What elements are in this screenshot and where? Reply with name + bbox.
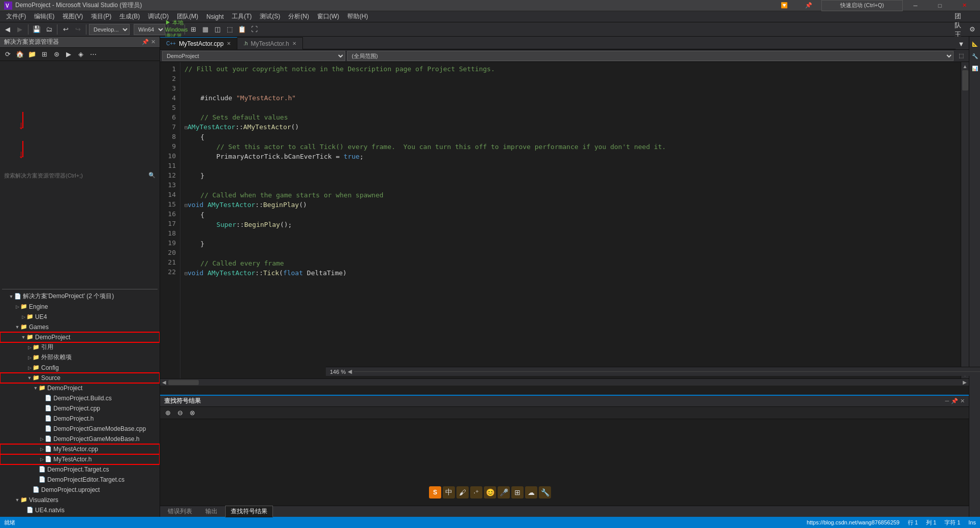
tab-list-button[interactable]: ▼ (956, 38, 967, 49)
se-toolbar-1[interactable]: ⟳ (2, 49, 13, 60)
close-button[interactable]: ✕ (953, 0, 976, 11)
menu-window[interactable]: 窗口(W) (313, 11, 343, 22)
menu-project[interactable]: 项目(P) (87, 11, 115, 22)
tree-item-natvis[interactable]: ▷ 📄 UE4.natvis (0, 505, 160, 515)
se-toolbar-5[interactable]: ⊛ (51, 49, 62, 60)
toolbar-btn-3[interactable]: ◫ (212, 24, 223, 35)
minimize-button[interactable]: ─ (904, 0, 927, 11)
bp-pin-icon[interactable]: 📌 (951, 398, 958, 404)
tree-item-visualizers[interactable]: ▼ 📁 Visualizers (0, 495, 160, 505)
tree-item-demoproject-folder[interactable]: ▼ 📁 DemoProject (0, 332, 160, 342)
save-all-button[interactable]: 🗂 (43, 24, 54, 35)
platform-dropdown[interactable]: Win64 (134, 24, 165, 35)
sonar-icon-cloud[interactable]: ☁ (525, 486, 537, 498)
se-toolbar-4[interactable]: ⊞ (39, 49, 50, 60)
menu-test[interactable]: 测试(S) (256, 11, 284, 22)
menu-view[interactable]: 视图(V) (58, 11, 87, 22)
hscroll-right-btn[interactable]: ▶ (961, 378, 969, 387)
menu-file[interactable]: 文件(F) (2, 11, 30, 22)
tab-mytestactor-h[interactable]: .h MyTestActor.h ✕ (237, 37, 303, 49)
hscroll-left-btn[interactable]: ◀ (160, 378, 168, 387)
tree-item-dp-h[interactable]: ▷ 📄 DemoProject.h (0, 414, 160, 424)
right-sidebar-icon-2[interactable]: 🔧 (970, 51, 980, 61)
se-pin-icon[interactable]: 📌 (142, 39, 149, 45)
sonar-icon-mic[interactable]: 🎤 (498, 486, 510, 498)
code-nav-scope-dropdown[interactable]: (全局范围) (347, 51, 954, 61)
tree-item-config[interactable]: ▷ 📁 Config (0, 363, 160, 373)
se-toolbar-8[interactable]: ⋯ (87, 49, 99, 60)
code-editor[interactable]: 12345 678910 1112131415 1617181920 2122 … (160, 62, 969, 378)
bp-toolbar-1[interactable]: ⊕ (162, 407, 173, 419)
tree-item-mytestactor-cpp[interactable]: ▷ 📄 MyTestActor.cpp (0, 444, 160, 454)
tree-item-source-demoproject[interactable]: ▼ 📁 DemoProject (0, 383, 160, 393)
tree-item-editor-target-cs[interactable]: ▷ 📄 DemoProjectEditor.Target.cs (0, 475, 160, 485)
redo-button[interactable]: ↪ (72, 24, 83, 35)
code-nav-file-dropdown[interactable]: DemoProject (162, 51, 345, 61)
right-sidebar-icon-3[interactable]: 📊 (970, 63, 980, 73)
sonar-icon-grid[interactable]: ⊞ (511, 486, 524, 498)
tree-item-mytestactor-h[interactable]: ▷ 📄 MyTestActor.h (0, 454, 160, 464)
tree-item-gamemode-h[interactable]: ▷ 📄 DemoProjectGameModeBase.h (0, 434, 160, 444)
filter-icon[interactable]: 🔽 (773, 0, 796, 11)
bottom-tab-errors[interactable]: 错误列表 (162, 506, 198, 517)
restore-button[interactable]: □ (928, 0, 952, 11)
se-toolbar-2[interactable]: 🏠 (14, 49, 25, 60)
toolbar-btn-2[interactable]: ▦ (200, 24, 211, 35)
se-close-icon[interactable]: ✕ (151, 39, 156, 45)
tree-item-target-cs[interactable]: ▷ 📄 DemoProject.Target.cs (0, 464, 160, 475)
tree-item-solution[interactable]: ▼ 📄 解决方案'DemoProject' (2 个项目) (0, 291, 160, 302)
tree-item-uproject[interactable]: ▷ 📄 DemoProject.uproject (0, 485, 160, 495)
tree-item-dp-cpp[interactable]: ▷ 📄 DemoProject.cpp (0, 403, 160, 414)
settings-button[interactable]: ⚙ (967, 24, 978, 35)
tree-item-gamemode-cpp[interactable]: ▷ 📄 DemoProjectGameModeBase.cpp (0, 424, 160, 434)
bp-close-icon[interactable]: ✕ (960, 398, 965, 404)
code-nav-toggle[interactable]: ⬚ (956, 50, 967, 62)
toolbar-btn-4[interactable]: ⬚ (224, 24, 235, 35)
bottom-tab-find-symbols[interactable]: 查找符号结果 (225, 506, 273, 517)
se-toolbar-6[interactable]: ▶ (63, 49, 74, 60)
toolbar-btn-6[interactable]: ⛶ (249, 24, 260, 35)
menu-analyze[interactable]: 分析(N) (284, 11, 313, 22)
menu-nsight[interactable]: Nsight (202, 12, 228, 21)
sonar-icon-s[interactable]: S (429, 486, 441, 498)
tree-item-extern-deps[interactable]: ▷ 📁 外部依赖项 (0, 353, 160, 363)
menu-edit[interactable]: 编辑(E) (30, 11, 58, 22)
sonar-icon-chinese[interactable]: 中 (443, 486, 455, 498)
forward-button[interactable]: ▶ (14, 24, 25, 35)
right-sidebar-icon-1[interactable]: 📐 (970, 39, 980, 49)
sonar-icon-brush[interactable]: 🖌 (456, 486, 469, 498)
toolbar-btn-5[interactable]: 📋 (236, 24, 248, 35)
pin-icon[interactable]: 📌 (797, 0, 820, 11)
tree-item-source[interactable]: ▼ 📁 Source (0, 373, 160, 383)
zoom-scroll-left[interactable]: ◀ (348, 368, 352, 375)
tree-item-build-cs[interactable]: ▷ 📄 DemoProject.Build.cs (0, 393, 160, 403)
bottom-tab-output[interactable]: 输出 (200, 506, 223, 517)
tree-item-ue4[interactable]: ▷ 📁 UE4 (0, 312, 160, 322)
editor-hscroll-bar[interactable]: ◀ ▶ (160, 378, 969, 386)
menu-build[interactable]: 生成(B) (115, 11, 144, 22)
sonar-icon-dot[interactable]: ·⁺ (470, 486, 482, 498)
sonar-icon-emoji[interactable]: 😊 (484, 486, 496, 498)
tab-mytestactor-cpp[interactable]: C++ MyTestActor.cpp ✕ (160, 37, 237, 49)
tab-cpp-close[interactable]: ✕ (227, 41, 231, 46)
bp-toolbar-2[interactable]: ⊖ (174, 407, 186, 419)
run-button[interactable]: ▶ 本地 Windows 调试器 (171, 24, 182, 35)
se-toolbar-7[interactable]: ◈ (75, 49, 86, 60)
code-content[interactable]: // Fill out your copyright notice in the… (180, 62, 961, 378)
se-search-input[interactable] (4, 172, 148, 179)
undo-button[interactable]: ↩ (60, 24, 71, 35)
save-button[interactable]: 💾 (31, 24, 42, 35)
search-box[interactable]: 快速启动 (Ctrl+Q) (821, 0, 903, 11)
scroll-up-btn[interactable]: ▲ (961, 62, 969, 70)
team-label[interactable]: 团队 王 ▾ (955, 24, 966, 35)
bp-toolbar-3[interactable]: ⊗ (187, 407, 198, 419)
menu-tools[interactable]: 工具(T) (228, 11, 256, 22)
sonar-icon-wrench[interactable]: 🔧 (539, 486, 551, 498)
config-dropdown[interactable]: Develop... (89, 24, 130, 35)
bp-minimize-icon[interactable]: ─ (945, 398, 949, 404)
se-search-bar[interactable]: 🔍 (2, 62, 158, 289)
tree-item-games[interactable]: ▼ 📁 Games (0, 322, 160, 332)
back-button[interactable]: ◀ (2, 24, 13, 35)
tree-item-engine[interactable]: ▷ 📁 Engine (0, 302, 160, 312)
tree-item-refs[interactable]: ▷ 📁 引用 (0, 342, 160, 353)
